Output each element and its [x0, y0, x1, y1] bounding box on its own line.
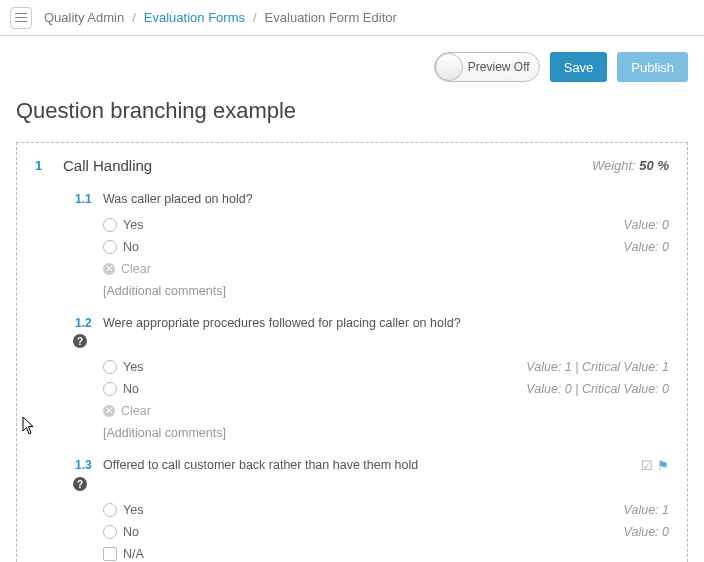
- radio-icon: [103, 382, 117, 396]
- answer-row-clear[interactable]: ✕ Clear: [103, 400, 669, 422]
- answer-value: Value: 0: [624, 240, 669, 254]
- answer-label: No: [123, 525, 139, 539]
- question-block: 1.1 Was caller placed on hold? Yes Value…: [75, 192, 669, 298]
- radio-icon: [103, 240, 117, 254]
- answer-value: Value: 1 | Critical Value: 1: [526, 360, 669, 374]
- answer-row-yes[interactable]: Yes Value: 1 | Critical Value: 1: [103, 356, 669, 378]
- clear-icon: ✕: [103, 263, 115, 275]
- weight-value: 50 %: [639, 158, 669, 173]
- answer-row-no[interactable]: No Value: 0: [103, 236, 669, 258]
- question-block: 1.2 Were appropriate procedures followed…: [75, 316, 669, 440]
- flag-icon[interactable]: ⚑: [657, 458, 669, 473]
- help-icon[interactable]: ?: [73, 334, 87, 348]
- answer-row-na[interactable]: N/A: [103, 543, 669, 562]
- breadcrumb-separator: /: [253, 10, 257, 25]
- breadcrumb-link-evaluation-forms[interactable]: Evaluation Forms: [144, 10, 245, 25]
- question-number: 1.3: [75, 458, 103, 472]
- clear-label: Clear: [121, 404, 151, 418]
- answer-row-yes[interactable]: Yes Value: 1: [103, 499, 669, 521]
- question-block: 1.3 Offered to call customer back rather…: [75, 458, 669, 562]
- section-header: 1 Call Handling Weight: 50 %: [35, 157, 669, 174]
- answer-row-clear[interactable]: ✕ Clear: [103, 258, 669, 280]
- help-icon[interactable]: ?: [73, 477, 87, 491]
- answer-row-yes[interactable]: Yes Value: 0: [103, 214, 669, 236]
- radio-icon: [103, 503, 117, 517]
- clear-label: Clear: [121, 262, 151, 276]
- section-card: 1 Call Handling Weight: 50 % 1.1 Was cal…: [16, 142, 688, 562]
- breadcrumb-current: Evaluation Form Editor: [265, 10, 397, 25]
- question-badges: ☑ ⚑: [641, 458, 669, 473]
- checkbox-icon[interactable]: ☑: [641, 458, 653, 473]
- toggle-knob: [435, 53, 463, 81]
- answer-row-no[interactable]: No Value: 0 | Critical Value: 0: [103, 378, 669, 400]
- radio-icon: [103, 360, 117, 374]
- radio-icon: [103, 218, 117, 232]
- breadcrumb-root: Quality Admin: [44, 10, 124, 25]
- section-weight: Weight: 50 %: [592, 158, 669, 173]
- action-bar: Preview Off Save Publish: [16, 36, 688, 92]
- answer-value: Value: 0 | Critical Value: 0: [526, 382, 669, 396]
- radio-icon: [103, 525, 117, 539]
- save-button[interactable]: Save: [550, 52, 608, 82]
- question-text[interactable]: Were appropriate procedures followed for…: [103, 316, 669, 330]
- answer-value: Value: 1: [624, 503, 669, 517]
- question-number: 1.1: [75, 192, 103, 206]
- answer-label: No: [123, 240, 139, 254]
- breadcrumb: Quality Admin / Evaluation Forms / Evalu…: [44, 10, 397, 25]
- answer-label: Yes: [123, 218, 143, 232]
- answer-row-no[interactable]: No Value: 0: [103, 521, 669, 543]
- answer-label: No: [123, 382, 139, 396]
- section-name[interactable]: Call Handling: [63, 157, 592, 174]
- additional-comments[interactable]: [Additional comments]: [103, 426, 669, 440]
- weight-label: Weight:: [592, 158, 636, 173]
- hamburger-menu-button[interactable]: [10, 7, 32, 29]
- section-number: 1: [35, 158, 63, 173]
- publish-button[interactable]: Publish: [617, 52, 688, 82]
- answer-label: Yes: [123, 503, 143, 517]
- clear-icon: ✕: [103, 405, 115, 417]
- preview-toggle[interactable]: Preview Off: [434, 52, 540, 82]
- main-scroll-area[interactable]: Preview Off Save Publish Question branch…: [0, 36, 704, 562]
- answer-label: N/A: [123, 547, 144, 561]
- answer-label: Yes: [123, 360, 143, 374]
- top-bar: Quality Admin / Evaluation Forms / Evalu…: [0, 0, 704, 36]
- additional-comments[interactable]: [Additional comments]: [103, 284, 669, 298]
- question-text[interactable]: Offered to call customer back rather tha…: [103, 458, 641, 472]
- question-number: 1.2: [75, 316, 103, 330]
- answer-value: Value: 0: [624, 218, 669, 232]
- checkbox-icon: [103, 547, 117, 561]
- form-title: Question branching example: [16, 98, 688, 124]
- question-text[interactable]: Was caller placed on hold?: [103, 192, 669, 206]
- answer-value: Value: 0: [624, 525, 669, 539]
- breadcrumb-separator: /: [132, 10, 136, 25]
